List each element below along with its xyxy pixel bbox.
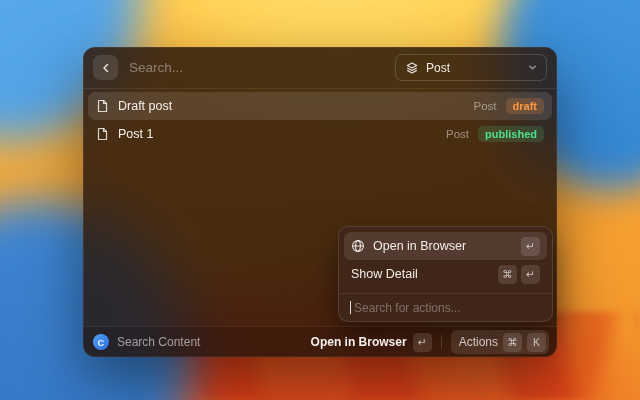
item-title: Post 1 bbox=[118, 127, 153, 141]
action-search-input[interactable]: Search for actions... bbox=[339, 294, 552, 321]
k-keycap: K bbox=[527, 333, 546, 352]
action-label: Open in Browser bbox=[373, 239, 466, 253]
status-bar: C Search Content Open in Browser ↵ Actio… bbox=[83, 326, 557, 357]
return-keycap: ↵ bbox=[413, 333, 432, 352]
command-keycap: ⌘ bbox=[503, 333, 522, 352]
text-cursor bbox=[350, 301, 351, 314]
action-panel-list: Open in Browser ↵ Show Detail ⌘ ↵ bbox=[339, 227, 552, 293]
chevron-down-icon bbox=[528, 63, 537, 72]
extension-name: Search Content bbox=[117, 335, 200, 349]
globe-icon bbox=[351, 239, 365, 253]
dropdown-value: Post bbox=[426, 61, 450, 75]
item-type-label: Post bbox=[474, 100, 497, 112]
search-header: Search... Post bbox=[83, 47, 557, 88]
list-item-draft-post[interactable]: Draft post Post draft bbox=[88, 92, 552, 120]
content-type-dropdown[interactable]: Post bbox=[395, 54, 547, 81]
action-panel: Open in Browser ↵ Show Detail ⌘ ↵ Search… bbox=[338, 226, 553, 322]
status-bar-separator bbox=[441, 335, 442, 349]
layers-icon bbox=[405, 61, 419, 75]
action-search-placeholder: Search for actions... bbox=[354, 301, 461, 315]
status-bar-actions: Open in Browser ↵ Actions ⌘ K bbox=[311, 330, 549, 354]
shortcut-keys: ⌘ ↵ bbox=[498, 265, 540, 284]
document-icon bbox=[96, 99, 109, 113]
list-item-post-1[interactable]: Post 1 Post published bbox=[88, 120, 552, 148]
action-label: Show Detail bbox=[351, 267, 418, 281]
back-button[interactable] bbox=[93, 55, 118, 80]
action-show-detail[interactable]: Show Detail ⌘ ↵ bbox=[344, 260, 547, 288]
return-keycap: ↵ bbox=[521, 265, 540, 284]
command-keycap: ⌘ bbox=[498, 265, 517, 284]
arrow-left-icon bbox=[100, 62, 112, 74]
primary-action-button[interactable]: Open in Browser bbox=[311, 335, 407, 349]
shortcut-keys: ↵ bbox=[521, 237, 540, 256]
action-open-in-browser[interactable]: Open in Browser ↵ bbox=[344, 232, 547, 260]
item-type-label: Post bbox=[446, 128, 469, 140]
status-badge: draft bbox=[506, 98, 544, 114]
search-input[interactable]: Search... bbox=[129, 60, 395, 75]
actions-button[interactable]: Actions ⌘ K bbox=[451, 330, 549, 354]
results-list: Draft post Post draft Post 1 Post publis… bbox=[83, 89, 557, 151]
return-keycap: ↵ bbox=[521, 237, 540, 256]
document-icon bbox=[96, 127, 109, 141]
item-title: Draft post bbox=[118, 99, 172, 113]
status-badge: published bbox=[478, 126, 544, 142]
content-app-icon: C bbox=[93, 334, 109, 350]
launcher-window: Search... Post bbox=[83, 47, 557, 357]
actions-button-label: Actions bbox=[459, 335, 498, 349]
